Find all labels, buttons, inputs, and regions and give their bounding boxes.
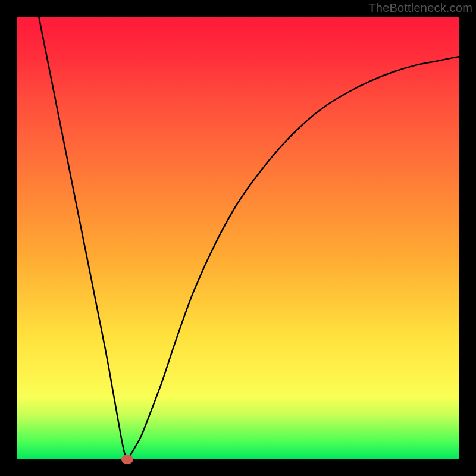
curve-path bbox=[39, 17, 459, 459]
minimum-marker bbox=[121, 455, 133, 464]
attribution-label: TheBottleneck.com bbox=[368, 1, 472, 15]
plot-area bbox=[17, 17, 459, 459]
bottleneck-curve bbox=[17, 17, 459, 459]
chart-frame: TheBottleneck.com bbox=[0, 0, 476, 476]
